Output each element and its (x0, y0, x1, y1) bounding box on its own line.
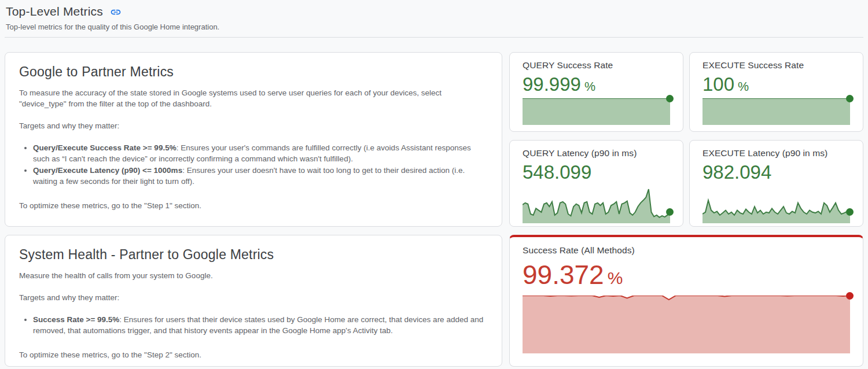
tile-value: 982.094 (703, 161, 850, 186)
target-bold: Query/Execute Latency (p90) <= 1000ms (33, 166, 182, 175)
card-footer-note: To optimize these metrics, go to the "St… (19, 200, 488, 211)
tile-value-unit: % (738, 80, 749, 94)
card-intro: Measure the health of calls from your sy… (19, 270, 488, 281)
tile-value-number: 548.099 (523, 161, 591, 183)
title-row: Top-Level Metrics (6, 3, 862, 20)
sparkline-chart (703, 98, 850, 125)
target-bold: Success Rate >= 99.5% (33, 315, 119, 324)
tile-execute-latency[interactable]: EXECUTE Latency (p90 in ms) 982.094 (689, 140, 863, 227)
target-item: Success Rate >= 99.5%: Ensures for users… (33, 314, 488, 336)
tile-success-rate-all-methods[interactable]: Success Rate (All Methods) 99.372% (509, 235, 863, 367)
sparkline-endpoint-dot (666, 208, 674, 216)
card-intro: To measure the accuracy of the state sto… (19, 87, 488, 109)
sparkline-chart (523, 186, 670, 223)
sparkline-endpoint-dot (846, 208, 854, 216)
tile-query-success-rate[interactable]: QUERY Success Rate 99.999% (509, 52, 683, 132)
metrics-content: Google to Partner Metrics To measure the… (0, 52, 868, 367)
page-subtitle: Top-level metrics for the quality of thi… (6, 23, 862, 31)
tile-query-latency[interactable]: QUERY Latency (p90 in ms) 548.099 (509, 140, 683, 227)
tile-execute-success-rate[interactable]: EXECUTE Success Rate 100% (689, 52, 863, 132)
tile-value: 548.099 (523, 161, 670, 186)
tile-value: 99.372% (523, 258, 850, 295)
card-footer-note: To optimize these metrics, go to the "St… (19, 349, 488, 360)
header-divider (5, 37, 863, 38)
tile-value-unit: % (608, 268, 623, 287)
tile-title: EXECUTE Success Rate (703, 60, 850, 71)
target-item: Query/Execute Success Rate >= 99.5%: Ens… (33, 142, 488, 164)
tile-value-number: 100 (703, 73, 734, 95)
tile-title: EXECUTE Latency (p90 in ms) (703, 148, 850, 158)
target-list: Success Rate >= 99.5%: Ensures for users… (19, 314, 488, 336)
sparkline-endpoint-dot (846, 95, 854, 102)
sparkline-endpoint-dot (846, 292, 854, 300)
targets-label: Targets and why they matter: (19, 292, 488, 303)
page-title: Top-Level Metrics (6, 5, 103, 19)
link-icon[interactable] (110, 6, 122, 18)
target-item: Query/Execute Latency (p90) <= 1000ms: E… (33, 165, 488, 187)
sparkline-chart (523, 98, 670, 125)
tile-value-number: 982.094 (703, 161, 771, 183)
card-title: System Health - Partner to Google Metric… (19, 247, 488, 263)
tile-value: 99.999% (523, 73, 670, 98)
target-bold: Query/Execute Success Rate >= 99.5% (33, 143, 176, 152)
tile-value-number: 99.372 (523, 260, 604, 290)
card-google-to-partner-metrics: Google to Partner Metrics To measure the… (5, 52, 502, 227)
metric-tiles-grid: QUERY Success Rate 99.999% EXECUTE Succe… (509, 52, 863, 227)
sparkline-chart (703, 186, 850, 223)
target-list: Query/Execute Success Rate >= 99.5%: Ens… (19, 142, 488, 187)
tile-value: 100% (703, 73, 850, 98)
tile-value-unit: % (584, 80, 595, 94)
page-header: Top-Level Metrics Top-level metrics for … (0, 0, 868, 31)
tile-value-number: 99.999 (523, 73, 581, 95)
tile-title: Success Rate (All Methods) (523, 245, 850, 256)
targets-label: Targets and why they matter: (19, 120, 488, 131)
sparkline-chart (523, 296, 850, 353)
sparkline-endpoint-dot (666, 95, 674, 102)
card-title: Google to Partner Metrics (19, 64, 488, 80)
tile-title: QUERY Success Rate (523, 60, 670, 71)
card-system-health-metrics: System Health - Partner to Google Metric… (5, 235, 502, 367)
tile-title: QUERY Latency (p90 in ms) (523, 148, 670, 158)
